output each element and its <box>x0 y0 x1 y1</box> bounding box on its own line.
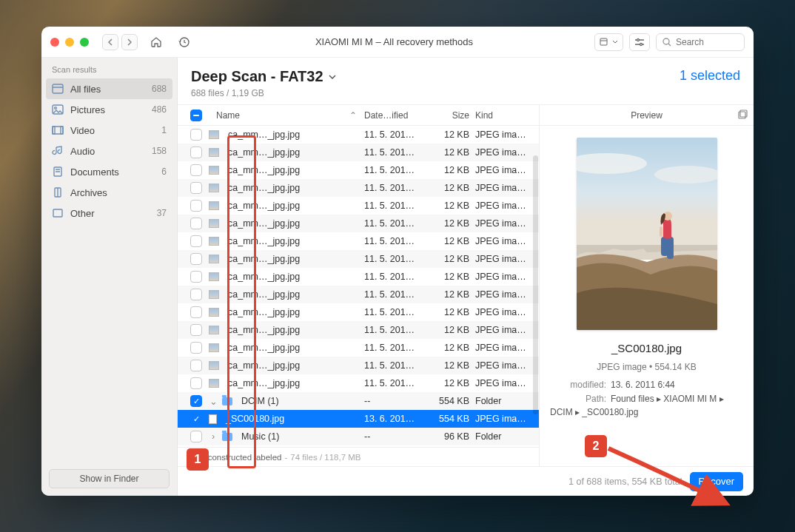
row-checkbox[interactable] <box>190 342 202 354</box>
folder-icon <box>222 397 232 405</box>
row-checkbox[interactable] <box>190 164 202 176</box>
search-input[interactable] <box>676 37 735 47</box>
section-subtitle: 688 files / 1,19 GB <box>191 88 337 98</box>
sidebar-item-audio[interactable]: Audio158 <box>41 141 177 161</box>
zoom-window-button[interactable] <box>80 38 89 47</box>
table-row[interactable]: ✓_SC00180.jpg13. 6. 201…554 KBJPEG ima… <box>178 410 539 428</box>
column-kind[interactable]: Kind <box>475 110 539 121</box>
forward-button[interactable] <box>121 34 138 50</box>
filter-button[interactable] <box>629 33 650 51</box>
sidebar-item-pictures[interactable]: Pictures486 <box>41 99 177 120</box>
preview-image <box>577 138 717 330</box>
table-row[interactable]: ca_mm…_jpg.jpg11. 5. 201…12 KBJPEG ima… <box>178 144 539 161</box>
column-name[interactable]: Name⌃ <box>209 110 364 121</box>
recover-button[interactable]: Recover <box>690 472 743 491</box>
row-name: _SC00180.jpg <box>226 414 284 424</box>
back-button[interactable] <box>102 34 118 50</box>
row-kind: JPEG ima… <box>475 254 539 264</box>
view-options-button[interactable] <box>594 33 623 51</box>
row-checkbox[interactable]: ✓ <box>190 395 202 407</box>
home-button[interactable] <box>147 33 166 51</box>
row-checkbox[interactable] <box>190 182 202 194</box>
table-row[interactable]: ca_mm…_jpg.jpg11. 5. 201…12 KBJPEG ima… <box>178 215 539 232</box>
show-in-finder-button[interactable]: Show in Finder <box>49 469 170 488</box>
row-checkbox[interactable] <box>190 235 202 247</box>
minimize-window-button[interactable] <box>65 38 74 47</box>
row-checkbox[interactable]: ✓ <box>190 413 202 425</box>
table-row[interactable]: ca_mm…_jpg.jpg11. 5. 201…12 KBJPEG ima… <box>178 126 539 144</box>
row-checkbox[interactable] <box>190 271 202 283</box>
table-row[interactable]: ca_mm…_jpg.jpg11. 5. 201…12 KBJPEG ima… <box>178 179 539 197</box>
table-row[interactable]: ca_mm…_jpg.jpg11. 5. 201…12 KBJPEG ima… <box>178 303 539 321</box>
sidebar-item-archives[interactable]: Archives <box>41 182 177 203</box>
row-size: 554 KB <box>428 414 475 424</box>
sidebar-heading: Scan results <box>41 58 177 78</box>
row-name: Music (1) <box>241 431 279 442</box>
close-window-button[interactable] <box>50 38 59 47</box>
column-date[interactable]: Date…ified <box>364 110 428 121</box>
table-row[interactable]: ca_mm…_jpg.jpg11. 5. 201…12 KBJPEG ima… <box>178 250 539 268</box>
table-row[interactable]: ✓⌄DCIM (1)--554 KBFolder <box>178 392 539 410</box>
column-size[interactable]: Size <box>428 110 475 121</box>
image-thumbnail-icon <box>209 326 219 334</box>
row-size: 12 KB <box>428 360 475 371</box>
row-size: 12 KB <box>428 218 475 229</box>
table-row[interactable]: ca_mm…_jpg.jpg11. 5. 201…12 KBJPEG ima… <box>178 268 539 286</box>
row-name: ca_mm…_jpg.jpg <box>228 289 300 300</box>
path-bar[interactable]: › Reconstructed labeled - 74 files / 118… <box>178 447 539 466</box>
table-header: Name⌃ Date…ified Size Kind <box>178 105 539 126</box>
image-thumbnail-icon <box>209 255 219 263</box>
sidebar-item-documents[interactable]: Documents6 <box>41 161 177 182</box>
row-date: 11. 5. 201… <box>364 325 428 335</box>
select-all-checkbox[interactable] <box>190 110 202 121</box>
row-checkbox[interactable] <box>190 377 202 389</box>
scrollbar[interactable] <box>533 155 538 414</box>
sidebar-item-label: Pictures <box>70 104 105 115</box>
svg-rect-31 <box>660 226 662 237</box>
svg-rect-23 <box>740 110 747 117</box>
svg-rect-13 <box>53 127 63 134</box>
row-checkbox[interactable] <box>190 129 202 141</box>
history-button[interactable] <box>175 33 194 51</box>
sidebar-item-other[interactable]: Other37 <box>41 203 177 223</box>
table-row[interactable]: ca_mm…_jpg.jpg11. 5. 201…12 KBJPEG ima… <box>178 232 539 250</box>
row-size: 12 KB <box>428 307 475 317</box>
row-checkbox[interactable] <box>190 253 202 265</box>
row-checkbox[interactable] <box>190 360 202 371</box>
row-checkbox[interactable] <box>190 431 202 442</box>
row-checkbox[interactable] <box>190 324 202 336</box>
row-date: 11. 5. 201… <box>364 307 428 317</box>
table-row[interactable]: ca_mm…_jpg.jpg11. 5. 201…12 KBJPEG ima… <box>178 286 539 303</box>
table-row[interactable]: ca_mm…_jpg.jpg11. 5. 201…12 KBJPEG ima… <box>178 321 539 339</box>
row-checkbox[interactable] <box>190 200 202 212</box>
row-size: 12 KB <box>428 129 475 140</box>
disclosure-icon[interactable]: ⌄ <box>209 396 218 407</box>
row-checkbox[interactable] <box>190 147 202 158</box>
image-thumbnail-icon <box>209 130 219 139</box>
file-list[interactable]: ca_mm…_jpg.jpg11. 5. 201…12 KBJPEG ima…c… <box>178 126 539 447</box>
row-checkbox[interactable] <box>190 306 202 318</box>
row-size: 12 KB <box>428 236 475 246</box>
table-row[interactable]: ca_mm…_jpg.jpg11. 5. 201…12 KBJPEG ima… <box>178 339 539 357</box>
table-row[interactable]: ca_mm…_jpg.jpg11. 5. 201…12 KBJPEG ima… <box>178 374 539 392</box>
sidebar-item-count: 37 <box>157 208 167 218</box>
image-thumbnail-icon <box>209 343 219 352</box>
sidebar-item-video[interactable]: Video1 <box>41 120 177 141</box>
sidebar-item-count: 486 <box>152 104 167 115</box>
image-thumbnail-icon <box>209 148 219 157</box>
svg-rect-21 <box>53 209 62 217</box>
sidebar-item-all-files[interactable]: All files688 <box>46 78 172 99</box>
open-external-button[interactable] <box>738 110 748 121</box>
table-row[interactable]: ca_mm…_jpg.jpg11. 5. 201…12 KBJPEG ima… <box>178 161 539 179</box>
section-title[interactable]: Deep Scan - FAT32 <box>191 68 337 85</box>
table-row[interactable]: ca_mm…_jpg.jpg11. 5. 201…12 KBJPEG ima… <box>178 197 539 215</box>
sidebar-item-count: 6 <box>161 166 167 177</box>
row-checkbox[interactable] <box>190 289 202 300</box>
row-checkbox[interactable] <box>190 218 202 229</box>
table-row[interactable]: ›Music (1)--96 KBFolder <box>178 428 539 445</box>
table-row[interactable]: ca_mm…_jpg.jpg11. 5. 201…12 KBJPEG ima… <box>178 357 539 374</box>
search-field[interactable] <box>656 33 745 51</box>
disclosure-icon[interactable]: › <box>209 431 218 442</box>
row-size: 96 KB <box>428 431 475 442</box>
row-size: 12 KB <box>428 201 475 211</box>
